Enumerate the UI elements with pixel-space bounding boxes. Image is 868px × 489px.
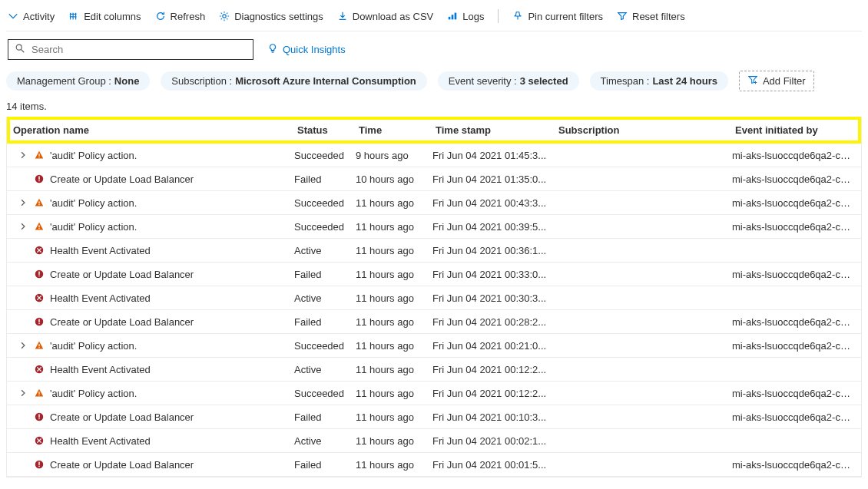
toolbar: Activity Edit columns Refresh Diagnostic…: [6, 6, 862, 31]
refresh-button[interactable]: Refresh: [155, 11, 206, 22]
op-cell: 'audit' Policy action.: [10, 197, 294, 209]
table-row[interactable]: Health Event ActivatedActive11 hours ago…: [7, 358, 861, 382]
table-row[interactable]: 'audit' Policy action.Succeeded11 hours …: [7, 191, 861, 215]
table-row[interactable]: Create or Update Load BalancerFailed11 h…: [7, 310, 861, 334]
svg-rect-14: [38, 177, 39, 180]
search-box[interactable]: [8, 39, 253, 60]
op-cell: Health Event Activated: [10, 292, 294, 304]
error-x-icon: [33, 434, 45, 447]
expand-chevron-icon[interactable]: [18, 340, 28, 352]
warning-icon: [33, 149, 45, 161]
download-csv-button[interactable]: Download as CSV: [337, 11, 434, 22]
expand-chevron-icon[interactable]: [18, 150, 28, 161]
col-operation[interactable]: Operation name: [13, 124, 297, 136]
col-initiated-by[interactable]: Event initiated by: [735, 124, 855, 136]
quick-insights-button[interactable]: Quick Insights: [267, 43, 346, 56]
edit-columns-label: Edit columns: [84, 11, 141, 22]
edit-columns-button[interactable]: Edit columns: [68, 11, 141, 22]
quick-insights-label: Quick Insights: [283, 44, 346, 55]
table-row[interactable]: Health Event ActivatedActive11 hours ago…: [7, 286, 861, 310]
timestamp-cell: Fri Jun 04 2021 00:28:2...: [432, 316, 555, 328]
col-status[interactable]: Status: [297, 124, 359, 136]
op-cell: Create or Update Load Balancer: [10, 411, 294, 423]
refresh-label: Refresh: [171, 11, 206, 22]
operation-name: Health Event Activated: [50, 435, 151, 447]
logs-button[interactable]: Logs: [447, 11, 484, 22]
expand-chevron-icon[interactable]: [18, 388, 28, 399]
diagnostics-button[interactable]: Diagnostics settings: [219, 11, 323, 22]
status-cell: Failed: [294, 316, 356, 328]
table-row[interactable]: Create or Update Load BalancerFailed11 h…: [7, 453, 861, 477]
table-row[interactable]: 'audit' Policy action.Succeeded11 hours …: [7, 215, 861, 239]
op-cell: Health Event Activated: [10, 244, 294, 256]
svg-rect-34: [38, 415, 39, 418]
op-cell: Create or Update Load Balancer: [10, 173, 294, 185]
refresh-icon: [155, 11, 166, 21]
initiated-by-cell: mi-aks-lsuoccqde6qa2-co...: [732, 173, 858, 185]
timestamp-cell: Fri Jun 04 2021 00:12:2...: [432, 388, 555, 399]
time-cell: 11 hours ago: [356, 197, 432, 209]
svg-rect-17: [38, 204, 39, 205]
filter-timespan[interactable]: Timespan : Last 24 hours: [590, 71, 728, 91]
time-cell: 11 hours ago: [356, 388, 432, 399]
download-icon: [337, 11, 348, 21]
time-cell: 11 hours ago: [356, 316, 432, 328]
error-icon: [33, 411, 45, 423]
status-cell: Active: [294, 245, 356, 256]
table-row[interactable]: Health Event ActivatedActive11 hours ago…: [7, 429, 861, 453]
operation-name: Create or Update Load Balancer: [50, 173, 194, 185]
diagnostics-label: Diagnostics settings: [234, 11, 323, 22]
table-row[interactable]: Create or Update Load BalancerFailed11 h…: [7, 405, 861, 429]
filter-management-group[interactable]: Management Group : None: [6, 71, 150, 91]
timestamp-cell: Fri Jun 04 2021 00:21:0...: [432, 340, 555, 352]
status-cell: Active: [294, 435, 356, 447]
svg-line-10: [22, 50, 25, 53]
timestamp-cell: Fri Jun 04 2021 00:43:3...: [432, 197, 555, 209]
timestamp-cell: Fri Jun 04 2021 00:36:1...: [432, 245, 555, 256]
error-icon: [33, 316, 45, 328]
status-cell: Active: [294, 364, 356, 375]
svg-rect-16: [38, 201, 39, 203]
expand-chevron-icon[interactable]: [18, 221, 28, 233]
col-subscription[interactable]: Subscription: [558, 124, 735, 136]
col-timestamp[interactable]: Time stamp: [436, 124, 558, 136]
filter-subscription[interactable]: Subscription : Microsoft Azure Internal …: [161, 71, 426, 91]
error-icon: [33, 173, 45, 185]
svg-rect-6: [449, 17, 451, 20]
pin-filters-button[interactable]: Pin current filters: [512, 11, 603, 22]
activity-dropdown[interactable]: Activity: [8, 11, 55, 22]
add-filter-button[interactable]: Add Filter: [739, 71, 814, 91]
status-cell: Succeeded: [294, 150, 356, 161]
table-row[interactable]: 'audit' Policy action.Succeeded11 hours …: [7, 382, 861, 405]
expand-chevron-icon[interactable]: [18, 197, 28, 209]
table-row[interactable]: Create or Update Load BalancerFailed11 h…: [7, 263, 861, 286]
reset-filters-button[interactable]: Reset filters: [617, 11, 685, 22]
warning-icon: [33, 220, 45, 233]
op-cell: Create or Update Load Balancer: [10, 268, 294, 280]
timestamp-cell: Fri Jun 04 2021 00:33:0...: [432, 269, 555, 280]
table-row[interactable]: 'audit' Policy action.Succeeded9 hours a…: [7, 144, 861, 167]
timestamp-cell: Fri Jun 04 2021 00:30:3...: [432, 292, 555, 304]
operation-name: Create or Update Load Balancer: [50, 269, 194, 280]
activity-table: Operation name Status Time Time stamp Su…: [6, 117, 862, 477]
op-cell: 'audit' Policy action.: [10, 339, 294, 352]
error-x-icon: [33, 292, 45, 304]
table-row[interactable]: Create or Update Load BalancerFailed10 h…: [7, 167, 861, 191]
initiated-by-cell: mi-aks-lsuoccqde6qa2-co...: [732, 411, 858, 423]
filter-event-severity[interactable]: Event severity : 3 selected: [438, 71, 579, 91]
table-row[interactable]: 'audit' Policy action.Succeeded11 hours …: [7, 334, 861, 358]
status-cell: Succeeded: [294, 197, 356, 209]
op-cell: Create or Update Load Balancer: [10, 458, 294, 471]
col-time[interactable]: Time: [359, 124, 436, 136]
pin-icon: [512, 11, 523, 21]
time-cell: 11 hours ago: [356, 340, 432, 352]
download-label: Download as CSV: [353, 11, 434, 22]
add-filter-label: Add Filter: [763, 75, 806, 87]
svg-rect-22: [38, 272, 39, 275]
initiated-by-cell: mi-aks-lsuoccqde6qa2-co...: [732, 459, 858, 471]
table-row[interactable]: Health Event ActivatedActive11 hours ago…: [7, 239, 861, 263]
operation-name: Create or Update Load Balancer: [50, 459, 194, 471]
operation-name: 'audit' Policy action.: [50, 340, 137, 352]
status-cell: Failed: [294, 411, 356, 423]
search-input[interactable]: [30, 43, 247, 56]
